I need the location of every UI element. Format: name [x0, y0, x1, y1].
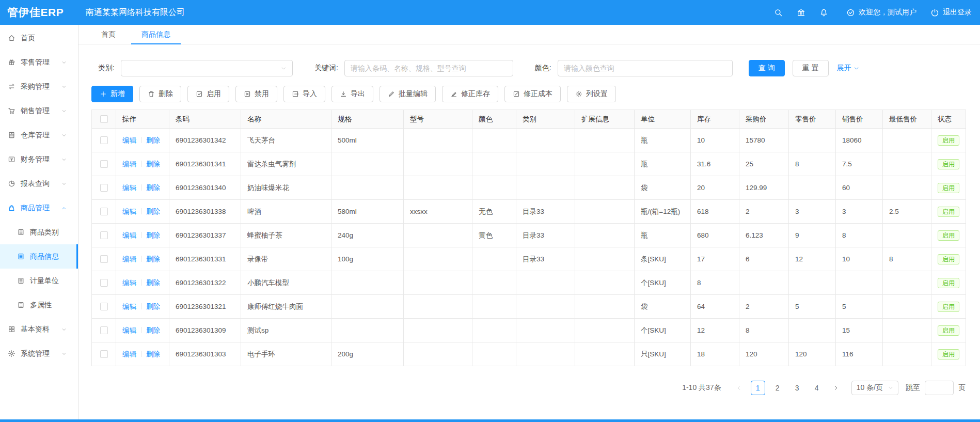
bell-icon[interactable]	[819, 8, 828, 17]
logout-text: 退出登录	[943, 8, 972, 17]
tab-product-info[interactable]: 商品信息	[131, 25, 181, 44]
delete-link[interactable]: 删除	[146, 231, 160, 239]
cell-retail_price	[789, 176, 836, 200]
row-checkbox[interactable]	[100, 326, 108, 334]
add-button[interactable]: 新增	[91, 86, 133, 102]
export-button[interactable]: 导出	[331, 86, 373, 102]
cell-sale_price: 7.5	[836, 152, 883, 176]
sidebar-item-finance[interactable]: 财务管理	[0, 147, 78, 171]
status-badge: 启用	[938, 278, 959, 288]
row-checkbox[interactable]	[100, 303, 108, 310]
logout-button[interactable]: 退出登录	[930, 8, 972, 17]
row-checkbox-cell	[92, 271, 116, 295]
table-row: 编辑删除6901236301342飞天茅台500ml瓶101578018060启…	[92, 129, 966, 152]
cell-purchase_price: 15780	[739, 129, 789, 152]
status-badge: 启用	[938, 230, 959, 241]
row-checkbox[interactable]	[100, 160, 108, 168]
page-size-value: 10 条/页	[857, 383, 883, 393]
select-all-checkbox[interactable]	[100, 115, 108, 123]
money-icon	[8, 155, 15, 163]
edit-link[interactable]: 编辑	[122, 208, 136, 215]
edit-link[interactable]: 编辑	[122, 279, 136, 287]
sidebar-item-warehouse[interactable]: 仓库管理	[0, 123, 78, 147]
keyword-input[interactable]	[344, 60, 513, 76]
jump-page-input[interactable]	[925, 381, 954, 395]
edit-link[interactable]: 编辑	[122, 160, 136, 168]
bank-icon[interactable]	[797, 8, 805, 17]
edit-link[interactable]: 编辑	[122, 231, 136, 239]
cell-barcode: 6901236301322	[169, 271, 241, 295]
row-checkbox[interactable]	[100, 184, 108, 192]
sidebar-item-units[interactable]: 计量单位	[0, 269, 78, 293]
edit-link[interactable]: 编辑	[122, 255, 136, 263]
user-check-icon	[846, 8, 855, 17]
row-checkbox[interactable]	[100, 231, 108, 239]
edit-link[interactable]: 编辑	[122, 136, 136, 144]
cell-ext	[575, 295, 635, 319]
cell-unit: 个[SKU]	[635, 319, 691, 342]
adjust-cost-button[interactable]: 修正成本	[504, 86, 561, 102]
column-setup-button[interactable]: 列设置	[567, 86, 616, 102]
category-select[interactable]	[121, 60, 293, 76]
delete-link[interactable]: 删除	[146, 255, 160, 263]
table-row: 编辑删除6901236301341雷达杀虫气雾剂瓶31.62587.5启用	[92, 152, 966, 176]
adjust-cost-icon	[513, 90, 520, 98]
sidebar-item-retail[interactable]: 零售管理	[0, 50, 78, 74]
reset-button[interactable]: 重置	[793, 60, 829, 76]
page-size-select[interactable]: 10 条/页	[851, 381, 898, 395]
row-checkbox[interactable]	[100, 350, 108, 358]
next-page-button[interactable]	[829, 381, 843, 395]
edit-link[interactable]: 编辑	[122, 184, 136, 192]
cell-barcode: 6901236301338	[169, 200, 241, 224]
row-checkbox[interactable]	[100, 279, 108, 287]
row-checkbox[interactable]	[100, 208, 108, 215]
edit-link[interactable]: 编辑	[122, 303, 136, 310]
search-icon[interactable]	[774, 8, 783, 17]
delete-link[interactable]: 删除	[146, 208, 160, 215]
sidebar-item-basic-data[interactable]: 基本资料	[0, 317, 78, 341]
delete-link[interactable]: 删除	[146, 279, 160, 287]
delete-link[interactable]: 删除	[146, 350, 160, 358]
adjust-stock-button[interactable]: 修正库存	[442, 86, 498, 102]
page-button-2[interactable]: 2	[770, 381, 785, 395]
column-header-ext: 扩展信息	[575, 110, 635, 129]
expand-link[interactable]: 展开	[837, 64, 859, 73]
sidebar-item-reports[interactable]: 报表查询	[0, 171, 78, 196]
enable-button[interactable]: 启用	[187, 86, 229, 102]
color-input[interactable]	[558, 60, 733, 76]
row-checkbox[interactable]	[100, 136, 108, 144]
delete-button[interactable]: 删除	[139, 86, 181, 102]
page-button-3[interactable]: 3	[790, 381, 804, 395]
delete-link[interactable]: 删除	[146, 136, 160, 144]
cell-category	[516, 271, 575, 295]
search-button[interactable]: 查询	[749, 60, 785, 76]
sidebar-item-sales[interactable]: 销售管理	[0, 99, 78, 123]
delete-link[interactable]: 删除	[146, 184, 160, 192]
sidebar-item-attributes[interactable]: 多属性	[0, 293, 78, 317]
page-button-1[interactable]: 1	[751, 381, 765, 395]
welcome-text: 欢迎您，测试用户	[859, 8, 916, 17]
row-checkbox[interactable]	[100, 255, 108, 263]
disable-button[interactable]: 禁用	[235, 86, 277, 102]
cell-sale_price: 5	[836, 295, 883, 319]
edit-link[interactable]: 编辑	[122, 350, 136, 358]
sidebar-item-purchase[interactable]: 采购管理	[0, 74, 78, 99]
import-button[interactable]: 导入	[283, 86, 325, 102]
cell-unit: 瓶	[635, 152, 691, 176]
sidebar-item-product-category[interactable]: 商品类别	[0, 220, 78, 244]
batch-edit-button[interactable]: 批量编辑	[380, 86, 436, 102]
prev-page-button[interactable]	[732, 381, 746, 395]
page-button-4[interactable]: 4	[810, 381, 824, 395]
sidebar-item-system[interactable]: 系统管理	[0, 341, 78, 366]
chevron-down-icon	[281, 66, 287, 71]
cell-name: 测试sp	[241, 319, 331, 342]
delete-link[interactable]: 删除	[146, 303, 160, 310]
sidebar-item-home[interactable]: 首页	[0, 26, 78, 50]
sidebar-item-product-info[interactable]: 商品信息	[0, 244, 78, 269]
delete-link[interactable]: 删除	[146, 160, 160, 168]
edit-link[interactable]: 编辑	[122, 326, 136, 334]
user-menu[interactable]: 欢迎您，测试用户	[846, 8, 916, 17]
delete-link[interactable]: 删除	[146, 326, 160, 334]
sidebar-item-products[interactable]: 商品管理	[0, 196, 78, 220]
tab-home[interactable]: 首页	[91, 25, 126, 44]
